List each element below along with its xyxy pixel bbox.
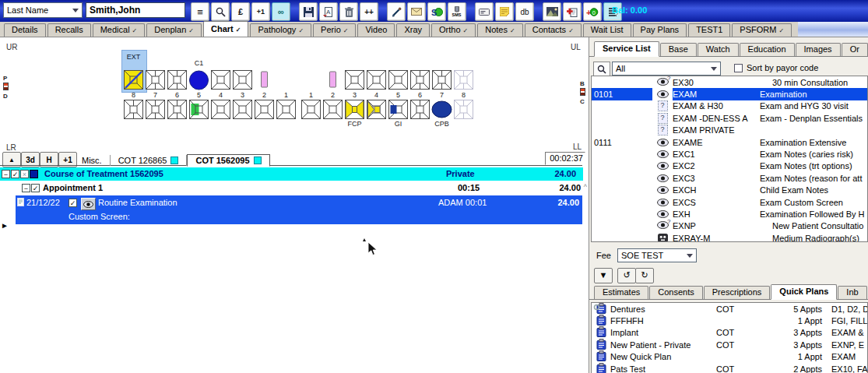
link-icon[interactable]: ∞ xyxy=(272,2,290,21)
tooth-gi[interactable] xyxy=(388,99,409,120)
tooth-ext[interactable] xyxy=(123,69,144,90)
service-row[interactable]: ?EX3030 min Consultation xyxy=(592,76,867,88)
patient-name-input[interactable] xyxy=(86,2,185,18)
tab-base[interactable]: Base xyxy=(660,43,697,56)
tooth-box[interactable] xyxy=(366,69,387,90)
sms-icon[interactable]: SMS xyxy=(448,2,466,21)
tooth-box[interactable] xyxy=(210,99,231,120)
eye-button[interactable] xyxy=(81,198,96,210)
tab-ortho[interactable]: Ortho✓ xyxy=(431,23,476,37)
sync-icon[interactable]: S xyxy=(427,2,446,21)
service-line-row[interactable]: 21/12/22 ✓ Routine Examination ADAM 00:0… xyxy=(16,195,582,224)
pound-icon[interactable]: £ xyxy=(231,2,250,21)
search-field-select[interactable]: Last Name xyxy=(3,2,83,18)
scroll-down-button[interactable]: ▼ xyxy=(594,268,613,283)
tooth-crown[interactable] xyxy=(188,69,209,90)
quick-plan-row[interactable]: New Patient - PrivateCOT3 ApptsEXNP, E xyxy=(592,339,867,350)
tab-service-list[interactable]: Service List xyxy=(594,41,659,57)
mail-icon[interactable] xyxy=(407,2,426,21)
tooth-oval[interactable] xyxy=(431,99,452,120)
service-row[interactable]: ?EXNPNew Patient Consultatio xyxy=(592,220,867,232)
tooth-box[interactable] xyxy=(276,99,297,120)
tab-estimates[interactable]: Estimates xyxy=(594,286,648,299)
note-icon[interactable] xyxy=(495,2,514,21)
collapse-box-icon[interactable]: − xyxy=(2,170,10,178)
tooth-ghost[interactable] xyxy=(453,99,474,120)
save-icon[interactable] xyxy=(299,2,318,21)
tab-education[interactable]: Education xyxy=(740,43,795,56)
tooth-boxm[interactable] xyxy=(145,99,166,120)
tab-notes[interactable]: Notes✓ xyxy=(477,23,522,37)
cot-tab[interactable]: COT 126865 xyxy=(111,155,188,166)
tab-watch[interactable]: Watch xyxy=(698,43,739,56)
service-row[interactable]: ?EXAM PRIVATE xyxy=(592,125,867,136)
collapse-box-icon[interactable]: − xyxy=(22,184,30,192)
quick-plan-row[interactable]: FFFHFH1 ApptFGI, FILL xyxy=(592,315,867,326)
appointment-row[interactable]: − ✓ Appointment 1 00:15 24.00 ^ xyxy=(0,181,588,195)
quick-plan-row[interactable]: New Quick Plan1 ApptEXAM xyxy=(592,351,867,363)
service-search-button[interactable] xyxy=(593,62,610,77)
tab-chart[interactable]: Chart✓ xyxy=(203,21,248,37)
tooth-box[interactable] xyxy=(300,99,322,120)
tooth-ghost[interactable] xyxy=(453,69,474,90)
tooth-box[interactable] xyxy=(210,69,231,90)
db-icon[interactable]: db xyxy=(515,2,534,21)
quick-plan-row[interactable]: Pats TestCOT2 ApptsEX10, FA xyxy=(592,363,867,373)
check-box-icon[interactable]: ✓ xyxy=(31,184,40,192)
tab-contacts[interactable]: Contacts✓ xyxy=(525,23,582,37)
service-row[interactable]: 0111EXAMEExamination Extensive xyxy=(592,136,867,148)
service-row[interactable]: EXC3Exam Notes (reason for att xyxy=(592,172,867,184)
tab-wait-list[interactable]: Wait List xyxy=(583,23,631,37)
tab-xray[interactable]: Xray xyxy=(396,23,430,37)
check-box-icon[interactable]: ✓ xyxy=(11,170,19,178)
tab-details[interactable]: Details xyxy=(4,23,46,37)
tooth-bowtie[interactable] xyxy=(344,99,365,120)
tooth-box[interactable] xyxy=(344,69,365,90)
delete-icon[interactable] xyxy=(339,2,358,21)
tab-psform[interactable]: PSFORM✓ xyxy=(732,23,792,37)
print-icon[interactable]: A xyxy=(319,2,338,21)
service-row[interactable]: EXHExamination Followed By H xyxy=(592,208,867,220)
tab-denplan[interactable]: Denplan✓ xyxy=(146,23,202,37)
tooth-boxm[interactable] xyxy=(409,69,430,90)
tooth-boxm[interactable] xyxy=(409,99,430,120)
tab-consents[interactable]: Consents xyxy=(649,286,702,299)
pen-icon[interactable] xyxy=(387,2,406,21)
tab-images[interactable]: Images xyxy=(796,43,841,56)
tooth-box[interactable] xyxy=(232,69,253,90)
align-lines-icon[interactable]: ≡ xyxy=(191,2,209,21)
check-box-icon[interactable]: ✓ xyxy=(69,199,77,207)
tooth-green[interactable] xyxy=(188,99,209,120)
rotate-right-button[interactable]: ↻ xyxy=(635,268,654,283)
tab-test1[interactable]: TEST1 xyxy=(688,23,730,37)
tab-quick-plans[interactable]: Quick Plans xyxy=(771,284,837,300)
tab-medical[interactable]: Medical✓ xyxy=(93,23,146,37)
quick-plan-row[interactable]: ImplantCOT3 ApptsEXAM & xyxy=(592,327,867,339)
tab-inb[interactable]: Inb xyxy=(838,286,866,299)
tab-pay-plans[interactable]: Pay Plans xyxy=(633,23,687,37)
tooth-boxm[interactable] xyxy=(123,99,144,120)
course-of-treatment-row[interactable]: − ✓ × Course of Treatment 1562095 Privat… xyxy=(0,167,583,181)
service-filter-select[interactable]: All xyxy=(612,62,721,76)
cot-tab[interactable]: Misc. xyxy=(74,155,111,166)
rotate-left-button[interactable]: ↺ xyxy=(617,268,636,283)
service-row[interactable]: EXRAY-MMedium Radiograph(s) xyxy=(592,232,867,242)
tab-video[interactable]: Video xyxy=(357,23,395,37)
tab-or[interactable]: Or xyxy=(842,43,868,56)
card-icon[interactable] xyxy=(475,2,494,21)
tab-prescriptions[interactable]: Prescriptions xyxy=(704,286,771,299)
fee-schedule-select[interactable]: SOE TEST xyxy=(617,248,697,262)
cot-tab[interactable]: COT 1562095 xyxy=(187,154,269,167)
service-row[interactable]: EXCHChild Exam Notes xyxy=(592,185,867,196)
service-row[interactable]: EXCSExam Custom Screen xyxy=(592,196,867,208)
tooth-box[interactable] xyxy=(388,69,409,90)
tab-recalls[interactable]: Recalls xyxy=(47,23,91,37)
service-row[interactable]: EXC2Exam Notes (trt options) xyxy=(592,160,867,172)
tooth-pink[interactable] xyxy=(322,69,343,90)
tooth-boxm[interactable] xyxy=(167,99,188,120)
tooth-partial[interactable] xyxy=(366,99,387,120)
plus-one-icon[interactable]: +1 xyxy=(251,2,270,21)
double-plus-icon[interactable]: ++ xyxy=(360,2,378,21)
service-row[interactable]: ?EXAM & H30Exam and HYG 30 visit xyxy=(592,100,867,112)
scroll-up-hint-icon[interactable]: ^ xyxy=(584,183,587,191)
